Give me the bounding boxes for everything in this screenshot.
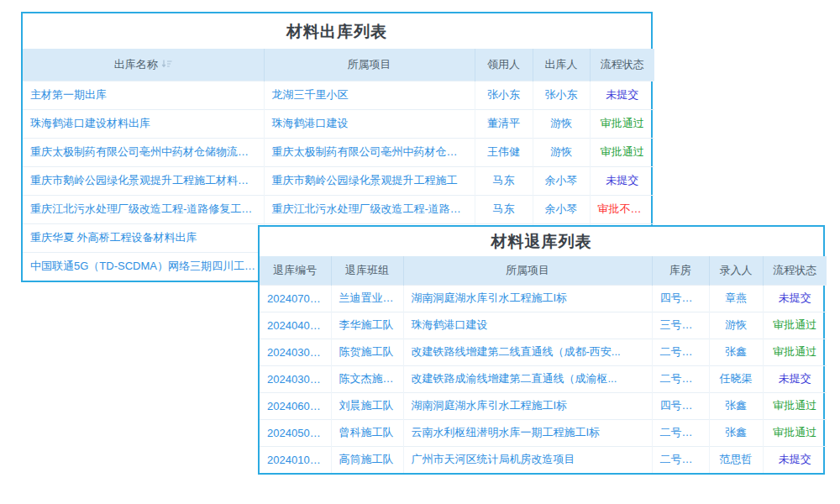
table-cell: 曾科施工队 [331, 419, 403, 446]
table-cell: 余小琴 [533, 195, 590, 223]
table-cell: 2024030001 [260, 339, 331, 365]
table-cell: 张小东 [475, 81, 533, 109]
table-row[interactable]: 2024050004曾科施工队云南水利枢纽潜明水库一期工程施工I标二号仓库张鑫审… [260, 419, 827, 446]
status-text: 审批通过 [763, 419, 827, 446]
column-header-label: 出库名称 [114, 58, 158, 71]
table-row[interactable]: 重庆太极制药有限公司亳州中药材仓储物流基...重庆太极制药有限公司亳州中药材仓储… [23, 138, 654, 166]
table-cell: 广州市天河区统计局机房改造项目 [403, 446, 652, 473]
table-cell: 游恢 [709, 312, 763, 339]
column-header-status: 流程状态 [590, 49, 654, 81]
table-cell: 高筒施工队 [331, 446, 403, 473]
status-text: 未提交 [763, 285, 827, 312]
table-row[interactable]: 2024010009高筒施工队广州市天河区统计局机房改造项目二号仓库范思哲未提交 [260, 446, 827, 473]
table-cell: 重庆华夏 外高桥工程设备材料出库 [23, 223, 264, 252]
column-header-issuer: 出库人 [533, 49, 590, 81]
table-cell: 云南水利枢纽潜明水库一期工程施工I标 [403, 419, 652, 446]
table-cell: 珠海鹤港口建设 [403, 312, 652, 339]
material-return-card: 材料退库列表 退库编号 退库班组 所属项目 库房 录入人 流程状态 202407… [258, 225, 825, 475]
table-cell: 湖南洞庭湖水库引水工程施工I标 [403, 285, 652, 312]
table-cell: 王伟健 [475, 138, 533, 166]
table-cell: 重庆市鹅岭公园绿化景观提升工程施工 [264, 166, 475, 195]
table-cell: 陈文杰施工队 [331, 365, 403, 392]
column-header-project: 所属项目 [264, 49, 475, 81]
column-header-return-team: 退库班组 [331, 256, 403, 285]
table-row[interactable]: 2024030003陈文杰施工队改建铁路成渝线增建第二直通线（成渝枢...二号仓… [260, 365, 827, 392]
table-row[interactable]: 2024040003李华施工队珠海鹤港口建设三号仓库游恢审批通过 [260, 312, 827, 339]
table-cell: 2024050004 [260, 419, 331, 446]
status-text: 审批通过 [590, 138, 654, 166]
table-cell: 2024010009 [260, 446, 331, 473]
table-row[interactable]: 2024030001陈贺施工队改建铁路线增建第二线直通线（成都-西安...二号仓… [260, 339, 827, 365]
table-cell: 2024040003 [260, 312, 331, 339]
status-text: 审批通过 [763, 392, 827, 419]
table-cell: 任晓渠 [709, 365, 763, 392]
table-cell: 马东 [475, 195, 533, 223]
table-cell: 重庆江北污水处理厂级改造工程-道路修复工程... [23, 195, 264, 223]
table-cell: 改建铁路线增建第二线直通线（成都-西安... [403, 339, 652, 365]
table-cell: 2024060004 [260, 392, 331, 419]
outbound-header-row: 出库名称 所属项目 领用人 出库人 流程状态 [23, 49, 654, 81]
return-table-body: 2024070001兰迪置业有限公司湖南洞庭湖水库引水工程施工I标四号仓库章燕未… [260, 285, 827, 473]
sort-icon[interactable] [161, 59, 172, 69]
table-cell: 张鑫 [709, 419, 763, 446]
table-cell: 张鑫 [709, 392, 763, 419]
table-cell: 游恢 [533, 109, 590, 138]
table-row[interactable]: 2024060004刘晨施工队湖南洞庭湖水库引水工程施工I标四号仓库张鑫审批通过 [260, 392, 827, 419]
table-cell: 三号仓库 [652, 312, 709, 339]
table-cell: 湖南洞庭湖水库引水工程施工I标 [403, 392, 652, 419]
table-cell: 兰迪置业有限公司 [331, 285, 403, 312]
table-cell: 龙湖三千里小区 [264, 81, 475, 109]
status-text: 审批不通过 [590, 195, 654, 223]
status-text: 未提交 [590, 81, 654, 109]
table-cell: 陈贺施工队 [331, 339, 403, 365]
table-cell: 张鑫 [709, 339, 763, 365]
table-cell: 中国联通5G（TD-SCDMA）网络三期四川工程... [23, 252, 264, 281]
table-row[interactable]: 主材第一期出库龙湖三千里小区张小东张小东未提交 [23, 81, 654, 109]
table-cell: 重庆市鹅岭公园绿化景观提升工程施工材料出库 [23, 166, 264, 195]
table-cell: 马东 [475, 166, 533, 195]
table-cell: 游恢 [533, 138, 590, 166]
table-cell: 二号仓库 [652, 365, 709, 392]
outbound-table-title: 材料出库列表 [23, 13, 651, 49]
status-text: 审批通过 [763, 339, 827, 365]
column-header-outbound-name[interactable]: 出库名称 [23, 49, 264, 81]
return-header-row: 退库编号 退库班组 所属项目 库房 录入人 流程状态 [260, 256, 827, 285]
return-table-title: 材料退库列表 [260, 227, 823, 256]
table-cell: 四号仓库 [652, 392, 709, 419]
status-text: 未提交 [763, 446, 827, 473]
table-cell: 张小东 [533, 81, 590, 109]
status-text: 未提交 [763, 365, 827, 392]
table-cell: 珠海鹤港口建设 [264, 109, 475, 138]
table-cell: 刘晨施工队 [331, 392, 403, 419]
table-cell: 四号仓库 [652, 285, 709, 312]
table-cell: 主材第一期出库 [23, 81, 264, 109]
table-cell: 2024070001 [260, 285, 331, 312]
table-cell: 二号仓库 [652, 446, 709, 473]
table-cell: 二号仓库 [652, 419, 709, 446]
table-cell: 2024030003 [260, 365, 331, 392]
table-cell: 范思哲 [709, 446, 763, 473]
table-cell: 余小琴 [533, 166, 590, 195]
status-text: 审批通过 [763, 312, 827, 339]
table-row[interactable]: 珠海鹤港口建设材料出库珠海鹤港口建设董清平游恢审批通过 [23, 109, 654, 138]
table-cell: 章燕 [709, 285, 763, 312]
table-cell: 重庆太极制药有限公司亳州中药材仓储物... [264, 138, 475, 166]
table-cell: 董清平 [475, 109, 533, 138]
status-text: 审批通过 [590, 109, 654, 138]
column-header-status: 流程状态 [763, 256, 827, 285]
status-text: 未提交 [590, 166, 654, 195]
table-row[interactable]: 2024070001兰迪置业有限公司湖南洞庭湖水库引水工程施工I标四号仓库章燕未… [260, 285, 827, 312]
table-cell: 重庆太极制药有限公司亳州中药材仓储物流基... [23, 138, 264, 166]
table-cell: 珠海鹤港口建设材料出库 [23, 109, 264, 138]
column-header-project: 所属项目 [403, 256, 652, 285]
column-header-return-code: 退库编号 [260, 256, 331, 285]
column-header-recorder: 录入人 [709, 256, 763, 285]
return-table: 退库编号 退库班组 所属项目 库房 录入人 流程状态 2024070001兰迪置… [260, 256, 827, 473]
table-cell: 改建铁路成渝线增建第二直通线（成渝枢... [403, 365, 652, 392]
table-cell: 重庆江北污水处理厂级改造工程-道路修... [264, 195, 475, 223]
column-header-recipient: 领用人 [475, 49, 533, 81]
table-cell: 二号仓库 [652, 339, 709, 365]
table-row[interactable]: 重庆江北污水处理厂级改造工程-道路修复工程...重庆江北污水处理厂级改造工程-道… [23, 195, 654, 223]
table-row[interactable]: 重庆市鹅岭公园绿化景观提升工程施工材料出库重庆市鹅岭公园绿化景观提升工程施工马东… [23, 166, 654, 195]
table-cell: 李华施工队 [331, 312, 403, 339]
